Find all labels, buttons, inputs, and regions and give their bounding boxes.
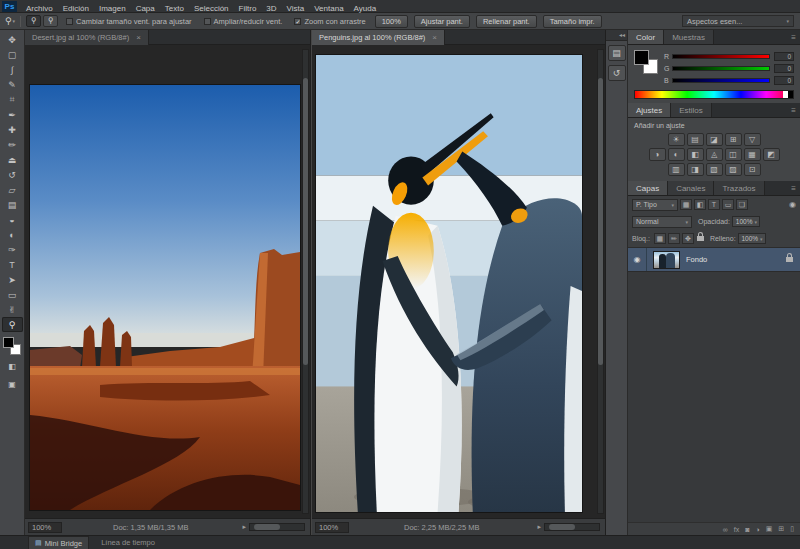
adjustment-icon[interactable]: ⊡	[744, 163, 761, 176]
menu-item[interactable]: Selección	[189, 4, 234, 13]
layers-footer-icon[interactable]: ◑	[755, 526, 759, 533]
penguins-photo[interactable]	[316, 55, 582, 512]
lock-all-icon[interactable]	[697, 236, 704, 241]
tool-button[interactable]: ➤	[2, 272, 23, 287]
option-checkbox[interactable]: Ampliar/reducir vent.	[204, 17, 283, 26]
tab-ajustes[interactable]: Ajustes	[628, 103, 671, 117]
panel-menu-icon[interactable]: ≡	[791, 103, 800, 117]
adjustment-icon[interactable]: ⊞	[725, 133, 742, 146]
layer-filter-dropdown[interactable]: P. Tipo ▾	[632, 199, 678, 211]
current-tool-icon[interactable]: ⚲ ▾	[5, 16, 15, 26]
tab-muestras[interactable]: Muestras	[664, 30, 714, 44]
zoom-out-button[interactable]: ⚲	[43, 15, 58, 27]
zoom-option-button[interactable]: Ajustar pant.	[414, 15, 470, 28]
layer-row-fondo[interactable]: ◉ Fondo	[628, 248, 800, 272]
tool-button[interactable]: ◐	[2, 227, 23, 242]
scrollbar-thumb[interactable]	[303, 78, 308, 365]
zoom-option-button[interactable]: Rellenar pant.	[476, 15, 537, 28]
lock-option-icon[interactable]: ✏	[668, 233, 680, 244]
canvas-desert[interactable]	[25, 45, 310, 518]
filter-toggle-icon[interactable]: ◉	[789, 200, 796, 209]
adjustment-icon[interactable]: ◩	[763, 148, 780, 161]
tool-button[interactable]: ▤	[2, 197, 23, 212]
document-tab-penguins[interactable]: Penguins.jpg al 100% (RGB/8#) ×	[312, 30, 445, 45]
layer-filter-icon[interactable]: ▦	[680, 199, 692, 210]
tab-capas[interactable]: Capas	[628, 181, 668, 195]
close-icon[interactable]: ×	[432, 33, 437, 42]
document-tab-desert[interactable]: Desert.jpg al 100% (RGB/8#) ×	[25, 30, 149, 45]
timeline-tab[interactable]: Línea de tiempo	[101, 538, 155, 547]
tool-button[interactable]: ⚲	[2, 317, 23, 332]
tool-button[interactable]: ✑	[2, 242, 23, 257]
option-checkbox[interactable]: ✓ Zoom con arrastre	[294, 17, 365, 26]
zoom-level-field[interactable]: 100%	[28, 522, 62, 533]
tool-button[interactable]: ✌	[2, 302, 23, 317]
menu-item[interactable]: Ventana	[309, 4, 348, 13]
layers-footer-icon[interactable]: ∞	[723, 526, 728, 533]
canvas-penguins[interactable]	[312, 45, 605, 518]
adjustment-icon[interactable]: ◬	[706, 148, 723, 161]
menu-item[interactable]: Edición	[58, 4, 94, 13]
green-slider[interactable]	[672, 66, 770, 71]
zoom-level-field[interactable]: 100%	[315, 522, 349, 533]
scrollbar-thumb[interactable]	[598, 78, 603, 365]
workspace-switcher[interactable]: Aspectos esen... ▾	[682, 15, 794, 27]
panel-menu-icon[interactable]: ≡	[791, 181, 800, 195]
tab-estilos[interactable]: Estilos	[671, 103, 712, 117]
adjustment-icon[interactable]: ▤	[687, 133, 704, 146]
option-checkbox[interactable]: Cambiar tamaño vent. para ajustar	[66, 17, 191, 26]
menu-item[interactable]: Vista	[282, 4, 310, 13]
tab-canales[interactable]: Canales	[668, 181, 714, 195]
tab-color[interactable]: Color	[628, 30, 664, 44]
tool-button[interactable]: ⌗	[2, 92, 23, 107]
red-slider[interactable]	[672, 54, 770, 59]
layer-visibility-toggle[interactable]: ◉	[628, 248, 647, 271]
layer-filter-icon[interactable]: T	[708, 199, 720, 210]
horizontal-scrollbar[interactable]	[544, 523, 600, 531]
green-value-field[interactable]: 0	[774, 64, 794, 73]
layers-footer-icon[interactable]: ◙	[745, 526, 749, 533]
scrollbar-thumb[interactable]	[254, 524, 280, 530]
lock-option-icon[interactable]: ✥	[682, 233, 694, 244]
blend-mode-dropdown[interactable]: Normal ▾	[632, 216, 692, 228]
tool-button[interactable]: ↺	[2, 167, 23, 182]
adjustment-icon[interactable]: ◑	[649, 148, 666, 161]
lock-option-icon[interactable]: ▦	[654, 233, 666, 244]
tool-button[interactable]: ✏	[2, 137, 23, 152]
layer-filter-icon[interactable]: ◧	[694, 199, 706, 210]
layers-footer-icon[interactable]: fx	[734, 526, 739, 533]
scrollbar-thumb[interactable]	[549, 524, 575, 530]
collapsed-panel-icon[interactable]: ▤	[608, 45, 626, 61]
tool-button[interactable]: ◒	[2, 212, 23, 227]
adjustment-icon[interactable]: ☀	[668, 133, 685, 146]
mini-bridge-button[interactable]: ▤ Mini Bridge	[28, 536, 89, 549]
collapsed-panel-icon[interactable]: ↺	[608, 65, 626, 81]
layers-footer-icon[interactable]: ⊞	[778, 525, 784, 533]
blue-slider[interactable]	[672, 78, 770, 83]
tool-button[interactable]: ✎	[2, 77, 23, 92]
layers-footer-icon[interactable]: ▯	[790, 525, 794, 533]
close-icon[interactable]: ×	[136, 33, 141, 42]
expand-panels-icon[interactable]: ◂◂	[606, 30, 627, 41]
tool-button[interactable]: ∫	[2, 62, 23, 77]
checkbox-box[interactable]	[204, 18, 211, 25]
menu-item[interactable]: Imagen	[94, 4, 131, 13]
screen-mode-button[interactable]: ▣	[2, 377, 23, 392]
layer-thumbnail[interactable]	[653, 251, 680, 269]
color-swatches[interactable]	[2, 336, 22, 356]
menu-item[interactable]: 3D	[261, 4, 281, 13]
adjustment-icon[interactable]: ◪	[706, 133, 723, 146]
tool-button[interactable]: ✒	[2, 107, 23, 122]
foreground-color-swatch[interactable]	[634, 50, 649, 65]
tool-button[interactable]: ✚	[2, 122, 23, 137]
menu-item[interactable]: Filtro	[234, 4, 262, 13]
layer-filter-icon[interactable]: ❏	[736, 199, 748, 210]
white-black-swatch[interactable]	[783, 91, 793, 98]
adjustment-icon[interactable]: ▦	[744, 148, 761, 161]
tool-button[interactable]: ✥	[2, 32, 23, 47]
desert-photo[interactable]	[30, 85, 300, 510]
adjustment-icon[interactable]: ◨	[687, 163, 704, 176]
tool-button[interactable]: ▭	[2, 287, 23, 302]
blue-value-field[interactable]: 0	[774, 76, 794, 85]
vertical-scrollbar[interactable]	[302, 49, 309, 514]
